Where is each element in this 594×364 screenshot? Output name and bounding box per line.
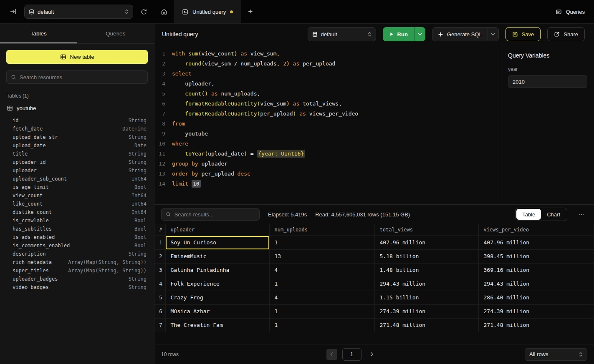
column-row[interactable]: is_age_limitBool: [0, 183, 154, 191]
cell-num-uploads[interactable]: 1: [269, 277, 374, 291]
query-database-selector[interactable]: default: [308, 27, 376, 41]
cell-total-views[interactable]: 274.39 million: [374, 304, 478, 318]
sql-editor[interactable]: 1234567891011121314 with sum(view_count)…: [154, 45, 501, 204]
code-line[interactable]: from: [172, 119, 501, 129]
table-row[interactable]: 6Música Azhar1274.39 million274.39 milli…: [154, 304, 594, 318]
column-row[interactable]: has_subtitlesBool: [0, 225, 154, 233]
cell-total-views[interactable]: 407.96 million: [374, 236, 478, 249]
next-page-button[interactable]: [367, 349, 377, 360]
column-row[interactable]: is_crawlableBool: [0, 216, 154, 225]
cell-uploader[interactable]: The Crevatin Fam: [165, 318, 269, 332]
column-row[interactable]: rich_metadataArray(Map(String, String)): [0, 258, 154, 266]
table-row[interactable]: 4Folk Experience1294.43 million294.43 mi…: [154, 277, 594, 291]
column-row[interactable]: video_badgesString: [0, 283, 154, 291]
cell-views-per-video[interactable]: 398.45 million: [478, 249, 594, 263]
table-row[interactable]: 7The Crevatin Fam1271.48 million271.48 m…: [154, 318, 594, 332]
generate-sql-options-button[interactable]: [488, 28, 498, 41]
code-line[interactable]: with sum(view_count) as view_sum,: [172, 49, 501, 59]
cell-views-per-video[interactable]: 274.39 million: [478, 304, 594, 318]
cell-num-uploads[interactable]: 1: [269, 318, 374, 332]
table-item-youtube[interactable]: youtube: [0, 103, 154, 114]
cell-total-views[interactable]: 1.48 billion: [374, 263, 478, 277]
cell-uploader[interactable]: Música Azhar: [165, 304, 269, 318]
col-header-index[interactable]: #: [154, 224, 165, 236]
generate-sql-button[interactable]: Generate SQL: [432, 28, 488, 41]
more-options-button[interactable]: ⋯: [576, 211, 587, 218]
column-row[interactable]: fetch_dateDateTime: [0, 125, 154, 133]
variable-value-input[interactable]: [508, 75, 587, 88]
column-row[interactable]: descriptionString: [0, 250, 154, 258]
cell-num-uploads[interactable]: 1: [269, 304, 374, 318]
column-row[interactable]: is_ads_enabledBool: [0, 233, 154, 241]
row-number[interactable]: 7: [154, 318, 165, 332]
code-line[interactable]: select: [172, 69, 501, 79]
refresh-button[interactable]: [139, 7, 149, 17]
cell-uploader[interactable]: Folk Experience: [165, 277, 269, 291]
cell-num-uploads[interactable]: 4: [269, 291, 374, 304]
resource-search[interactable]: [6, 70, 148, 84]
column-row[interactable]: upload_date_strString: [0, 133, 154, 141]
code-line[interactable]: where: [172, 139, 501, 149]
queries-button[interactable]: Queries: [546, 0, 594, 23]
cell-uploader[interactable]: Crazy Frog: [165, 291, 269, 304]
col-header-uploader[interactable]: uploader: [165, 224, 269, 236]
prev-page-button[interactable]: [326, 349, 337, 360]
table-row[interactable]: 5Crazy Frog41.15 billion286.40 million: [154, 291, 594, 304]
column-row[interactable]: uploader_sub_countInt64: [0, 175, 154, 183]
results-search-input[interactable]: [174, 211, 255, 218]
tab-queries[interactable]: Queries: [77, 24, 154, 43]
cell-total-views[interactable]: 5.18 billion: [374, 249, 478, 263]
editor-code[interactable]: with sum(view_count) as view_sum, round(…: [167, 49, 501, 204]
code-line[interactable]: limit 10: [172, 179, 501, 189]
cell-num-uploads[interactable]: 1: [269, 236, 374, 249]
code-line[interactable]: uploader,: [172, 79, 501, 89]
table-row[interactable]: 2EminemMusic135.18 billion398.45 million: [154, 249, 594, 263]
col-header-num-uploads[interactable]: num_uploads: [269, 224, 374, 236]
column-row[interactable]: view_countInt64: [0, 191, 154, 200]
collapse-sidebar-button[interactable]: [8, 7, 18, 17]
table-row[interactable]: 3Galinha Pintadinha41.48 billion369.16 m…: [154, 263, 594, 277]
results-search[interactable]: [161, 208, 260, 221]
column-row[interactable]: uploader_badgesString: [0, 275, 154, 283]
column-row[interactable]: upload_dateDate: [0, 141, 154, 150]
cell-uploader[interactable]: Galinha Pintadinha: [165, 263, 269, 277]
share-button[interactable]: Share: [547, 27, 585, 41]
run-options-button[interactable]: [415, 27, 425, 41]
database-selector[interactable]: default: [24, 5, 133, 19]
run-button[interactable]: Run: [383, 27, 415, 41]
page-number-input[interactable]: [342, 348, 361, 361]
column-row[interactable]: dislike_countInt64: [0, 208, 154, 216]
table-row[interactable]: 1Soy Un Curioso1407.96 million407.96 mil…: [154, 236, 594, 249]
column-row[interactable]: uploader_idString: [0, 158, 154, 166]
col-header-total-views[interactable]: total_views: [374, 224, 478, 236]
row-number[interactable]: 6: [154, 304, 165, 318]
cell-uploader[interactable]: EminemMusic: [165, 249, 269, 263]
home-button[interactable]: [154, 0, 174, 23]
cell-total-views[interactable]: 1.15 billion: [374, 291, 478, 304]
resource-search-input[interactable]: [20, 74, 143, 80]
new-tab-button[interactable]: +: [241, 0, 259, 23]
save-button[interactable]: Save: [506, 27, 541, 41]
cell-num-uploads[interactable]: 4: [269, 263, 374, 277]
query-tab[interactable]: Untitled query: [174, 0, 241, 23]
rows-per-page-selector[interactable]: All rows: [525, 348, 587, 361]
col-header-views-per-video[interactable]: views_per_video: [478, 224, 594, 236]
column-row[interactable]: is_comments_enabledBool: [0, 241, 154, 250]
column-row[interactable]: like_countInt64: [0, 200, 154, 208]
code-line[interactable]: formatReadableQuantity(per_upload) as vi…: [172, 109, 501, 119]
cell-views-per-video[interactable]: 294.43 million: [478, 277, 594, 291]
code-line[interactable]: group by uploader: [172, 159, 501, 169]
column-row[interactable]: uploaderString: [0, 166, 154, 175]
cell-views-per-video[interactable]: 271.48 million: [478, 318, 594, 332]
cell-uploader[interactable]: Soy Un Curioso: [165, 236, 269, 249]
code-line[interactable]: round(view_sum / num_uploads, 2) as per_…: [172, 59, 501, 69]
column-row[interactable]: titleString: [0, 150, 154, 158]
cell-total-views[interactable]: 271.48 million: [374, 318, 478, 332]
cell-views-per-video[interactable]: 286.40 million: [478, 291, 594, 304]
cell-views-per-video[interactable]: 407.96 million: [478, 236, 594, 249]
new-table-button[interactable]: New table: [6, 50, 148, 64]
code-line[interactable]: youtube: [172, 129, 501, 139]
row-number[interactable]: 2: [154, 249, 165, 263]
chart-view-button[interactable]: Chart: [541, 209, 566, 220]
code-line[interactable]: count() as num_uploads,: [172, 89, 501, 99]
